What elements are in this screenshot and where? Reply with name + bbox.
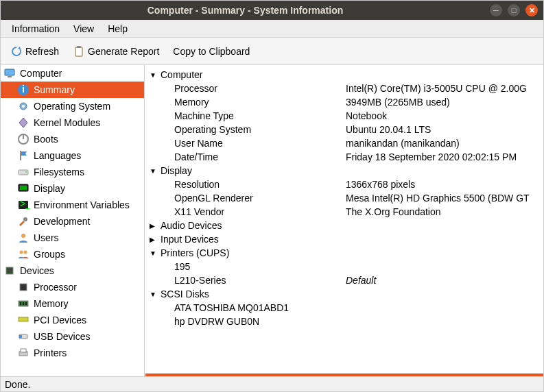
sidebar-item-groups[interactable]: Groups (1, 246, 144, 262)
sidebar-item-summary[interactable]: iSummary (1, 82, 144, 98)
sidebar-item-label: Memory (34, 298, 69, 309)
info-value (346, 316, 543, 327)
disclosure-down-icon: ▼ (150, 71, 156, 79)
close-button[interactable]: ✕ (525, 4, 538, 16)
sidebar-item-label: Display (34, 183, 65, 194)
section-title: Input Devices (161, 234, 219, 245)
svg-point-7 (22, 105, 25, 108)
info-value: Notebook (346, 110, 543, 121)
terminal-icon: >_ (17, 199, 29, 211)
sidebar-item-environment-variables[interactable]: >_Environment Variables (1, 197, 144, 213)
refresh-icon (10, 45, 23, 58)
svg-point-18 (21, 234, 25, 238)
menu-view[interactable]: View (67, 21, 101, 36)
menu-information[interactable]: Information (5, 21, 67, 36)
info-row: Date/TimeFriday 18 September 2020 02:02:… (145, 150, 543, 164)
svg-point-20 (24, 251, 27, 254)
disclosure-right-icon: ▶ (150, 236, 156, 243)
sidebar-item-printers[interactable]: Printers (1, 345, 144, 361)
info-row: ProcessorIntel(R) Core(TM) i3-5005U CPU … (145, 82, 543, 95)
section-title: Audio Devices (161, 220, 222, 231)
info-key: Resolution (174, 179, 346, 190)
info-row: Resolution1366x768 pixels (145, 177, 543, 191)
section-header-display[interactable]: ▼Display (145, 164, 543, 177)
refresh-label: Refresh (25, 46, 59, 57)
svg-point-17 (23, 217, 27, 221)
sidebar-item-label: Boots (34, 134, 58, 145)
content-pane: ▼ComputerProcessorIntel(R) Core(TM) i3-5… (145, 65, 543, 376)
info-key: Date/Time (174, 151, 346, 162)
refresh-button[interactable]: Refresh (5, 42, 64, 60)
section-header-audio-devices[interactable]: ▶Audio Devices (145, 219, 543, 232)
menubar: Information View Help (1, 20, 543, 38)
menu-help[interactable]: Help (101, 21, 134, 36)
statusbar: Done. (1, 376, 543, 391)
section-header-scsi-disks[interactable]: ▼SCSI Disks (145, 287, 543, 301)
sidebar-item-usb-devices[interactable]: USB Devices (1, 328, 144, 345)
svg-rect-11 (19, 170, 28, 175)
section-header-input-devices[interactable]: ▶Input Devices (145, 232, 543, 246)
svg-rect-3 (8, 76, 12, 77)
sidebar-item-label: Filesystems (34, 167, 84, 177)
maximize-button[interactable]: □ (508, 4, 520, 16)
svg-text:i: i (22, 84, 25, 95)
svg-rect-23 (20, 284, 27, 291)
info-key: ATA TOSHIBA MQ01ABD1 (174, 302, 346, 313)
sidebar-item-label: USB Devices (34, 331, 90, 342)
sidebar-group-label: Computer (20, 68, 62, 79)
drive-icon (17, 166, 29, 178)
sidebar-item-kernel-modules[interactable]: Kernel Modules (1, 114, 144, 131)
info-row: Memory3949MB (2265MB used) (145, 95, 543, 109)
info-key: Memory (174, 97, 346, 108)
svg-rect-22 (8, 269, 12, 273)
info-key: User Name (174, 138, 346, 149)
svg-rect-26 (23, 302, 24, 305)
sidebar-item-processor[interactable]: Processor (1, 279, 144, 295)
cpu-icon (17, 281, 29, 293)
sidebar-item-development[interactable]: Development (1, 213, 144, 230)
generate-report-button[interactable]: Generate Report (67, 42, 165, 60)
gear-icon (17, 100, 29, 112)
section-title: Computer (161, 69, 202, 80)
sidebar-item-pci-devices[interactable]: PCI Devices (1, 312, 144, 328)
info-value: manikandan (manikandan) (346, 138, 543, 149)
sidebar-group-label: Devices (20, 265, 54, 276)
sidebar-item-boots[interactable]: Boots (1, 131, 144, 147)
sidebar-item-memory[interactable]: Memory (1, 295, 144, 312)
disclosure-down-icon: ▼ (150, 167, 156, 175)
info-key: 195 (174, 261, 346, 272)
sidebar-item-languages[interactable]: Languages (1, 147, 144, 164)
copy-clipboard-button[interactable]: Copy to Clipboard (167, 43, 255, 60)
sidebar-item-operating-system[interactable]: Operating System (1, 98, 144, 114)
sidebar-group-devices[interactable]: Devices (1, 262, 144, 279)
pci-icon (17, 314, 29, 326)
printer-icon (17, 347, 29, 359)
info-row: hp DVDRW GUB0N (145, 315, 543, 328)
sidebar-item-display[interactable]: Display (1, 180, 144, 197)
info-row: Operating SystemUbuntu 20.04.1 LTS (145, 123, 543, 136)
sidebar-group-computer[interactable]: Computer (1, 65, 144, 82)
sidebar-item-filesystems[interactable]: Filesystems (1, 164, 144, 180)
section-header-computer[interactable]: ▼Computer (145, 68, 543, 82)
section-title: SCSI Disks (161, 289, 209, 299)
svg-point-19 (20, 251, 23, 254)
svg-rect-30 (19, 335, 22, 338)
sidebar-item-users[interactable]: Users (1, 230, 144, 246)
svg-point-12 (25, 171, 27, 173)
minimize-button[interactable]: ─ (490, 4, 502, 16)
section-header-printers-cups-[interactable]: ▼Printers (CUPS) (145, 246, 543, 260)
section-title: Printers (CUPS) (161, 247, 229, 258)
sidebar-item-label: Environment Variables (34, 199, 130, 210)
info-key: OpenGL Renderer (174, 193, 346, 204)
info-row: 195 (145, 260, 543, 273)
info-value (346, 302, 543, 313)
sidebar[interactable]: ComputeriSummaryOperating SystemKernel M… (1, 65, 145, 376)
info-value: Mesa Intel(R) HD Graphics 5500 (BDW GT (346, 193, 543, 204)
report-label: Generate Report (88, 46, 159, 57)
main-area: ComputeriSummaryOperating SystemKernel M… (1, 65, 543, 376)
content-scroll[interactable]: ▼ComputerProcessorIntel(R) Core(TM) i3-5… (145, 65, 543, 372)
info-row: User Namemanikandan (manikandan) (145, 136, 543, 150)
svg-rect-32 (21, 349, 26, 352)
status-text: Done. (5, 379, 30, 390)
window-title: Computer - Summary - System Information (6, 5, 484, 16)
